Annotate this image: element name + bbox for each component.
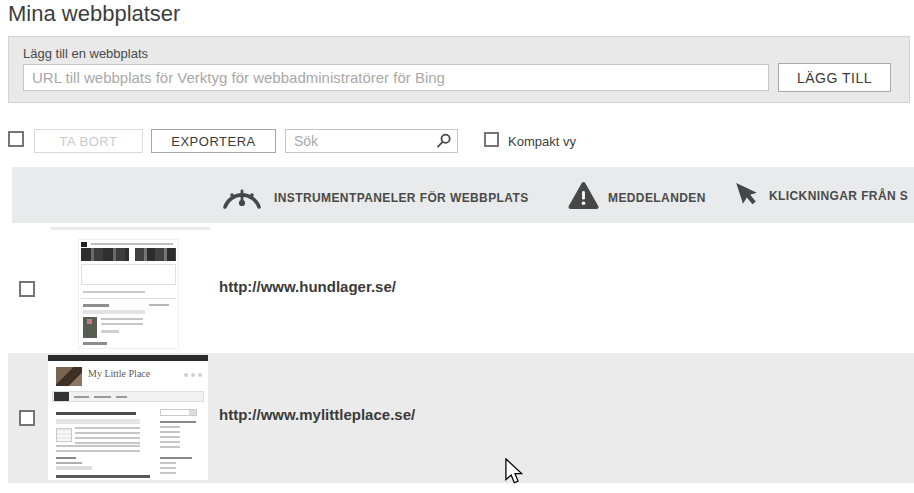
column-dashboards-label: INSTRUMENTPANELER FÖR WEBBPLATS — [274, 191, 529, 205]
add-site-url-input[interactable] — [23, 64, 769, 91]
delete-button: TA BORT — [34, 129, 143, 153]
column-dashboards: INSTRUMENTPANELER FÖR WEBBPLATS — [220, 183, 529, 213]
column-clicks-label: KLICKNINGAR FRÅN S — [769, 189, 908, 203]
site-url-link[interactable]: http://www.hundlager.se/ — [219, 278, 396, 295]
column-clicks: KLICKNINGAR FRÅN S — [738, 179, 908, 213]
compact-view-checkbox[interactable] — [484, 132, 499, 147]
compact-view-label: Kompakt vy — [508, 134, 576, 149]
page: { "page": { "title": "Mina webbplatser" … — [0, 0, 914, 493]
export-button[interactable]: EXPORTERA — [151, 129, 276, 153]
add-site-label: Lägg till en webbplats — [23, 46, 148, 61]
search-box — [285, 129, 458, 153]
warning-icon — [568, 181, 599, 214]
cursor-arrow-icon — [733, 176, 764, 215]
site-url-link[interactable]: http://www.mylittleplace.se/ — [219, 406, 415, 423]
mouse-cursor — [504, 458, 523, 490]
row2-checkbox[interactable] — [19, 410, 35, 426]
column-messages-label: MEDDELANDEN — [608, 191, 706, 205]
row1-checkbox[interactable] — [19, 281, 35, 297]
thumbnail-site-title: My Little Place — [88, 368, 150, 379]
site-list-header: INSTRUMENTPANELER FÖR WEBBPLATS MEDDELAN… — [12, 167, 914, 223]
add-site-panel: Lägg till en webbplats LÄGG TILL — [8, 36, 910, 103]
site-thumbnail-hundlager[interactable] — [78, 239, 179, 349]
magnifier-icon[interactable] — [436, 133, 452, 153]
thumbnail-top-strip — [50, 227, 210, 230]
search-input[interactable] — [285, 129, 458, 153]
gauge-icon — [220, 183, 264, 213]
site-thumbnail-mylittleplace[interactable]: My Little Place — [48, 355, 208, 480]
add-site-button[interactable]: LÄGG TILL — [778, 63, 891, 92]
column-messages: MEDDELANDEN — [568, 181, 706, 214]
select-all-checkbox[interactable] — [8, 131, 24, 147]
page-title: Mina webbplatser — [8, 1, 180, 27]
